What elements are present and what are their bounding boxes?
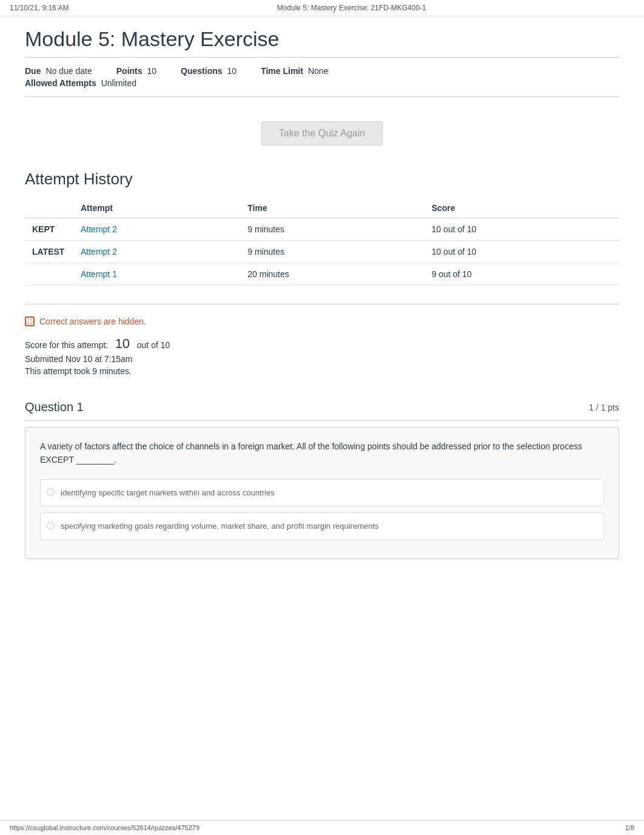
meta-questions: Questions 10	[181, 66, 236, 76]
top-bar-time: 11/10/21, 9:16 AM	[10, 4, 69, 12]
page-content: Module 5: Mastery Exercise Due No due da…	[13, 16, 631, 583]
meta-questions-value: 10	[227, 66, 237, 76]
table-row: Attempt 1 20 minutes 9 out of 10	[25, 263, 619, 286]
take-quiz-button[interactable]: Take the Quiz Again	[261, 121, 383, 146]
time-taken-info: This attempt took 9 minutes.	[25, 366, 619, 376]
score-suffix: out of 10	[137, 340, 170, 350]
meta-allowed-attempts: Allowed Attempts Unlimited	[25, 78, 136, 88]
results-section: ☐ Correct answers are hidden. Score for …	[25, 304, 619, 376]
meta-allowed-attempts-label: Allowed Attempts	[25, 78, 96, 88]
answer-option-1: identifying specific target markets with…	[40, 479, 604, 507]
question-text: A variety of factors affect the choice o…	[40, 440, 604, 467]
col-label	[25, 198, 73, 218]
meta-points-label: Points	[116, 66, 143, 76]
row-score: 10 out of 10	[424, 218, 619, 241]
question-pts: 1 / 1 pts	[589, 403, 619, 412]
correct-answers-text: Correct answers are hidden.	[39, 317, 146, 326]
row-attempt: Attempt 2	[73, 218, 240, 241]
question-block-1: Question 1 1 / 1 pts A variety of factor…	[25, 394, 619, 559]
attempt-history-title: Attempt History	[25, 170, 619, 189]
score-label: Score for this attempt:	[25, 340, 108, 350]
footer-page: 1/8	[625, 824, 634, 831]
table-row: LATEST Attempt 2 9 minutes 10 out of 10	[25, 241, 619, 263]
col-time: Time	[240, 198, 424, 218]
row-attempt: Attempt 1	[73, 263, 240, 286]
question-title: Question 1	[25, 400, 84, 414]
col-attempt: Attempt	[73, 198, 240, 218]
meta-due: Due No due date	[25, 66, 92, 76]
question-card: A variety of factors affect the choice o…	[25, 427, 619, 559]
col-score: Score	[424, 198, 619, 218]
quiz-meta-row-1: Due No due date Points 10 Questions 10 T…	[25, 66, 619, 76]
row-time: 9 minutes	[240, 241, 424, 263]
page-title: Module 5: Mastery Exercise	[25, 16, 619, 58]
meta-points: Points 10	[116, 66, 156, 76]
meta-time-limit: Time Limit None	[261, 66, 328, 76]
attempt-history-table: Attempt Time Score KEPT Attempt 2 9 minu…	[25, 198, 619, 286]
meta-allowed-attempts-value: Unlimited	[101, 78, 136, 88]
meta-due-label: Due	[25, 66, 41, 76]
meta-questions-label: Questions	[181, 66, 222, 76]
top-bar: 11/10/21, 9:16 AM Module 5: Mastery Exer…	[0, 0, 644, 16]
row-score: 10 out of 10	[424, 241, 619, 263]
answer-option-2: specifying marketing goals regarding vol…	[40, 512, 604, 540]
score-info: Score for this attempt: 10 out of 10	[25, 336, 619, 352]
attempt-link[interactable]: Attempt 2	[81, 247, 117, 257]
row-label: LATEST	[25, 241, 73, 263]
footer-bar: https://csuglobal.instructure.com/course…	[0, 820, 644, 835]
notice-icon: ☐	[25, 317, 35, 326]
answer-radio-1[interactable]	[47, 488, 55, 496]
table-row: KEPT Attempt 2 9 minutes 10 out of 10	[25, 218, 619, 241]
answer-text-1: identifying specific target markets with…	[61, 487, 275, 499]
top-bar-title: Module 5: Mastery Exercise: 21FD-MKG400-…	[277, 4, 426, 12]
answer-radio-2[interactable]	[47, 521, 55, 529]
score-big: 10	[115, 336, 130, 351]
attempt-link[interactable]: Attempt 1	[81, 269, 117, 279]
footer-url: https://csuglobal.instructure.com/course…	[10, 824, 200, 831]
question-header: Question 1 1 / 1 pts	[25, 394, 619, 421]
meta-due-value: No due date	[45, 66, 92, 76]
row-label	[25, 263, 73, 286]
meta-time-limit-value: None	[308, 66, 328, 76]
correct-answers-notice: ☐ Correct answers are hidden.	[25, 317, 619, 326]
row-label: KEPT	[25, 218, 73, 241]
row-attempt: Attempt 2	[73, 241, 240, 263]
quiz-meta-row-2: Allowed Attempts Unlimited	[25, 78, 619, 88]
take-quiz-btn-container: Take the Quiz Again	[25, 103, 619, 158]
answer-text-2: specifying marketing goals regarding vol…	[61, 520, 379, 532]
meta-time-limit-label: Time Limit	[261, 66, 303, 76]
quiz-meta: Due No due date Points 10 Questions 10 T…	[25, 58, 619, 97]
row-time: 9 minutes	[240, 218, 424, 241]
attempt-link[interactable]: Attempt 2	[81, 224, 117, 234]
row-score: 9 out of 10	[424, 263, 619, 286]
submitted-info: Submitted Nov 10 at 7:15am	[25, 354, 619, 364]
attempt-history-section: Attempt History Attempt Time Score KEPT …	[25, 170, 619, 286]
meta-points-value: 10	[147, 66, 157, 76]
row-time: 20 minutes	[240, 263, 424, 286]
